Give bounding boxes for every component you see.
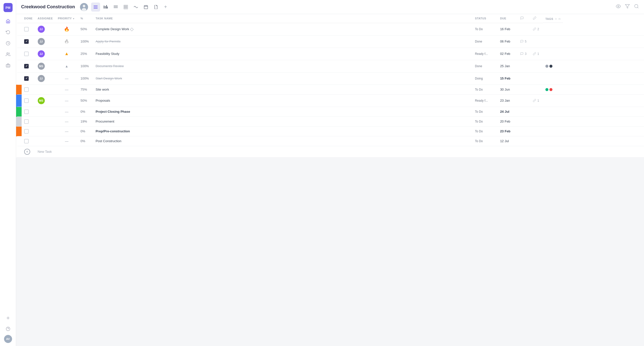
task-name-cell[interactable]: Complete Design Work xyxy=(93,23,472,35)
priority-cell[interactable]: — xyxy=(55,126,78,136)
filter-icon[interactable] xyxy=(625,4,630,10)
task-checkbox[interactable] xyxy=(24,87,29,92)
priority-cell[interactable]: — xyxy=(55,72,78,85)
assignee-cell xyxy=(35,136,55,146)
priority-cell[interactable]: ▲ xyxy=(55,48,78,60)
priority-cell[interactable]: — xyxy=(55,117,78,126)
percent-cell: 0% xyxy=(78,126,93,136)
priority-cell[interactable]: — xyxy=(55,94,78,107)
task-name-cell[interactable]: Post Construction xyxy=(93,136,472,146)
done-cell[interactable] xyxy=(22,107,35,117)
priority-cell[interactable]: — xyxy=(55,107,78,117)
sidebar-item-notifications[interactable] xyxy=(3,27,13,37)
assignee-avatar[interactable]: JJ xyxy=(38,75,45,82)
task-checkbox[interactable] xyxy=(24,129,29,134)
percent-cell: 50% xyxy=(78,23,93,35)
assignee-avatar[interactable]: JJ xyxy=(38,26,45,33)
assignee-avatar[interactable]: MS xyxy=(38,63,45,70)
percent-cell: 19% xyxy=(78,117,93,126)
row-bar-cell xyxy=(17,85,22,94)
nav-table-view[interactable] xyxy=(121,3,130,12)
nav-add-view[interactable]: + xyxy=(162,3,170,11)
task-name-cell[interactable]: Project Closing Phase xyxy=(93,107,472,117)
svg-point-27 xyxy=(618,6,619,7)
project-title: Creekwood Construction xyxy=(21,4,75,10)
task-name-cell[interactable]: Apply for Permits xyxy=(93,35,472,48)
nav-grid-view[interactable] xyxy=(111,3,120,12)
assignee-avatar[interactable]: JJ xyxy=(38,50,45,57)
priority-cell[interactable]: — xyxy=(55,136,78,146)
sidebar-item-projects[interactable] xyxy=(3,60,13,70)
due-cell: 25 Jan xyxy=(498,60,518,72)
col-status[interactable]: STATUS xyxy=(472,14,498,23)
done-cell[interactable] xyxy=(22,85,35,94)
col-tags[interactable]: TAGS xyxy=(543,14,563,23)
task-checkbox[interactable] xyxy=(24,109,29,114)
new-task-row[interactable]: + New Task xyxy=(17,146,644,157)
task-checkbox[interactable] xyxy=(24,98,29,103)
task-name-cell[interactable]: Site work xyxy=(93,85,472,94)
assignee-avatar[interactable]: JJ xyxy=(38,38,45,45)
done-cell[interactable] xyxy=(22,72,35,85)
done-cell[interactable] xyxy=(22,23,35,35)
watch-icon[interactable] xyxy=(616,4,621,10)
status-cell: Done xyxy=(472,35,498,48)
task-name-cell[interactable]: Start Design Work xyxy=(93,72,472,85)
done-cell[interactable] xyxy=(22,136,35,146)
status-badge: To Do xyxy=(475,139,483,143)
priority-cell[interactable]: ▲ xyxy=(55,60,78,72)
assignee-avatar[interactable]: MS xyxy=(38,97,45,104)
done-cell[interactable] xyxy=(22,126,35,136)
priority-dash-wide-icon: — xyxy=(65,129,68,133)
nav-bar-view[interactable] xyxy=(101,3,110,12)
priority-cell[interactable]: 🔥 xyxy=(55,35,78,48)
svg-rect-2 xyxy=(6,64,10,67)
priority-dash-wide-icon: — xyxy=(65,99,68,103)
priority-cell[interactable]: 🔥 xyxy=(55,23,78,35)
col-due[interactable]: DUE xyxy=(498,14,518,23)
sidebar-item-home[interactable] xyxy=(3,16,13,26)
task-checkbox[interactable] xyxy=(24,76,29,81)
new-task-label[interactable]: New Task xyxy=(35,146,644,157)
task-checkbox[interactable] xyxy=(24,64,29,68)
comment-cell xyxy=(518,136,530,146)
task-name-cell[interactable]: Proposals xyxy=(93,94,472,107)
nav-list-view[interactable] xyxy=(91,3,100,12)
new-task-add-btn[interactable]: + xyxy=(22,146,35,157)
task-checkbox[interactable] xyxy=(24,39,29,44)
done-cell[interactable] xyxy=(22,48,35,60)
sidebar-item-time[interactable] xyxy=(3,38,13,48)
assignee-cell: JJ xyxy=(35,23,55,35)
done-cell[interactable] xyxy=(22,117,35,126)
col-task-name[interactable]: TASK NAME xyxy=(93,14,472,23)
tag-dot-green xyxy=(545,88,548,91)
priority-cell[interactable]: — xyxy=(55,85,78,94)
col-done[interactable]: DONE xyxy=(22,14,35,23)
nav-wave-view[interactable] xyxy=(131,3,140,12)
nav-doc-view[interactable] xyxy=(151,3,160,12)
add-task-button[interactable]: + xyxy=(24,149,30,155)
sidebar-item-people[interactable] xyxy=(3,49,13,59)
col-priority[interactable]: PRIORITY ▼ xyxy=(55,14,78,23)
task-checkbox[interactable] xyxy=(24,119,29,124)
task-checkbox[interactable] xyxy=(24,139,29,143)
done-cell[interactable] xyxy=(22,94,35,107)
done-cell[interactable] xyxy=(22,35,35,48)
search-icon[interactable] xyxy=(634,4,639,10)
status-badge: Done xyxy=(475,40,482,43)
task-name-cell[interactable]: Prep/Pre-construction xyxy=(93,126,472,136)
comment-cell xyxy=(518,94,530,107)
nav-calendar-view[interactable] xyxy=(141,3,150,12)
sidebar-add-button[interactable]: ＋ xyxy=(3,313,13,323)
task-checkbox[interactable] xyxy=(24,27,29,31)
col-assignee[interactable]: ASSIGNEE xyxy=(35,14,55,23)
task-name-cell[interactable]: Feasibility Study xyxy=(93,48,472,60)
sidebar-help-button[interactable] xyxy=(3,324,13,334)
col-percent[interactable]: % xyxy=(78,14,93,23)
task-checkbox[interactable] xyxy=(24,52,29,56)
comment-cell xyxy=(518,117,530,126)
done-cell[interactable] xyxy=(22,60,35,72)
task-name-cell[interactable]: Documents Review xyxy=(93,60,472,72)
user-avatar-sidebar[interactable]: AV xyxy=(4,335,12,343)
task-name-cell[interactable]: Procurement xyxy=(93,117,472,126)
